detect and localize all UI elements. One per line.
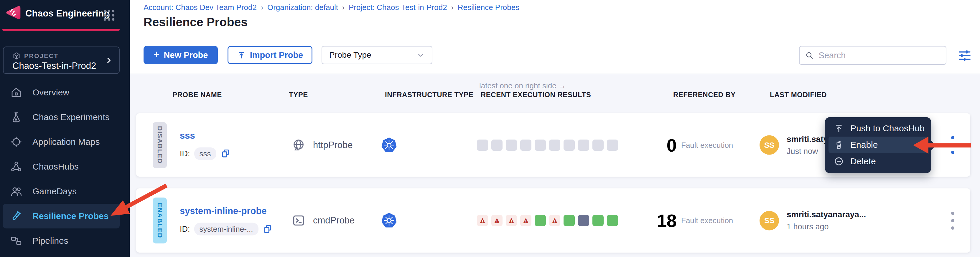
execution-result-none (506, 140, 517, 151)
chevron-down-icon (417, 51, 425, 59)
app-header: Chaos Engineering (0, 0, 130, 31)
globe-icon (292, 138, 305, 152)
minus-circle-icon (834, 156, 844, 167)
fault-execution-label: Fault execution (681, 140, 733, 149)
project-label: PROJECT (24, 52, 59, 59)
execution-result-none (535, 140, 546, 151)
probe-name-link[interactable]: sss (180, 130, 195, 141)
menu-item-label: Enable (850, 140, 878, 150)
probe-name-cell: system-inline-probe ID: system-inline-..… (180, 206, 292, 235)
sidebar-item-label: GameDays (32, 186, 76, 196)
execution-result-pass (535, 215, 546, 226)
fault-execution-count: 0 (641, 135, 676, 155)
col-exec-results: RECENT EXECUTION RESULTS (481, 90, 591, 99)
trash-open-icon (834, 140, 844, 150)
sidebar-item-label: Overview (32, 87, 69, 97)
app-grid-icon[interactable] (103, 9, 116, 22)
table-row: ENABLED system-inline-probe ID: system-i… (136, 189, 970, 252)
execution-result-fail (549, 215, 560, 226)
probe-type-value: Probe Type (329, 50, 371, 60)
execution-result-none (477, 140, 488, 151)
push-icon (834, 123, 844, 133)
sidebar-item-label: Chaos Experiments (32, 112, 110, 122)
execution-result-none (520, 140, 531, 151)
fault-execution-label: Fault execution (681, 216, 733, 225)
breadcrumb-project[interactable]: Project: Chaos-Test-in-Prod2 (349, 3, 447, 12)
referenced-by-cell: 18 Fault execution (641, 210, 733, 231)
avatar: SS (759, 135, 779, 155)
new-probe-button[interactable]: + New Probe (143, 46, 218, 64)
id-label: ID: (180, 225, 190, 234)
probe-name-cell: sss ID: sss (180, 130, 292, 160)
execution-results (477, 215, 618, 226)
execution-result-none (607, 140, 618, 151)
probe-type-dropdown[interactable]: Probe Type (321, 46, 433, 64)
flask-icon (10, 111, 22, 123)
col-last-modified: LAST MODIFIED (770, 90, 827, 99)
execution-result-pass (592, 215, 604, 226)
pipeline-icon (10, 235, 22, 247)
sidebar-item-label: Resilience Probes (32, 211, 108, 221)
kubernetes-icon (381, 137, 397, 153)
menu-item-delete[interactable]: Delete (829, 153, 928, 170)
search-icon (805, 50, 814, 60)
app-title: Chaos Engineering (25, 8, 110, 19)
execution-result-skip (578, 215, 589, 226)
col-type: TYPE (289, 90, 308, 99)
fault-execution-count: 18 (641, 210, 676, 231)
sidebar-item-chaos-experiments[interactable]: Chaos Experiments (3, 105, 120, 130)
id-label: ID: (180, 149, 190, 158)
test-tube-icon (10, 210, 22, 222)
probe-id: sss (194, 147, 216, 160)
row-actions-menu-button[interactable] (947, 132, 958, 159)
menu-item-enable[interactable]: Enable (829, 136, 928, 153)
status-badge: ENABLED (153, 198, 167, 243)
execution-result-pass (607, 215, 618, 226)
row-actions-popup-menu: Push to ChaosHub Enable Delete (825, 117, 931, 173)
breadcrumb-separator: › (342, 3, 345, 12)
sidebar-item-label: ChaosHubs (32, 162, 79, 171)
home-icon (10, 86, 22, 98)
sidebar-item-chaoshubs[interactable]: ChaosHubs (3, 154, 120, 179)
project-name: Chaos-Test-in-Prod2 (13, 61, 96, 71)
sidebar-item-gamedays[interactable]: GameDays (3, 179, 120, 204)
probe-type-value: cmdProbe (313, 215, 355, 226)
breadcrumb: Account: Chaos Dev Team Prod2 › Organiza… (143, 3, 519, 12)
execution-result-none (491, 140, 503, 151)
probe-id: system-inline-... (194, 223, 258, 235)
breadcrumb-separator: › (261, 3, 263, 12)
sidebar-item-resilience-probes[interactable]: Resilience Probes (3, 204, 120, 228)
avatar: SS (759, 211, 779, 230)
import-probe-button[interactable]: Import Probe (228, 46, 312, 64)
execution-result-fail (491, 215, 503, 226)
last-modified-cell: SS smriti.saty Just now (759, 134, 828, 156)
breadcrumb-account[interactable]: Account: Chaos Dev Team Prod2 (143, 3, 257, 12)
copy-icon[interactable] (221, 149, 231, 159)
filter-sliders-icon[interactable] (957, 48, 972, 63)
new-probe-label: New Probe (164, 50, 208, 60)
chevron-right-icon (105, 57, 113, 64)
probe-name-link[interactable]: system-inline-probe (180, 206, 267, 216)
breadcrumb-current[interactable]: Resilience Probes (458, 3, 520, 12)
col-probe-name: PROBE NAME (172, 90, 222, 99)
execution-order-hint: latest one on right side → (479, 81, 566, 90)
row-actions-menu-button[interactable] (947, 207, 958, 234)
modified-time: Just now (787, 147, 828, 156)
execution-result-none (563, 140, 575, 151)
project-selector[interactable]: PROJECT Chaos-Test-in-Prod2 (3, 46, 120, 74)
sidebar-item-application-maps[interactable]: Application Maps (3, 130, 120, 154)
col-referenced-by: REFERENCED BY (673, 90, 736, 99)
modified-by-user: smriti.satyanaraya... (787, 210, 866, 219)
sidebar-item-pipelines[interactable]: Pipelines (3, 228, 120, 253)
search-input[interactable] (819, 51, 940, 60)
sidebar: Chaos Engineering PROJECT Chaos-Test-in-… (0, 0, 130, 257)
col-infra-type: INFRASTRUCTURE TYPE (385, 90, 473, 99)
sidebar-item-label: Application Maps (32, 137, 100, 147)
breadcrumb-separator: › (451, 3, 453, 12)
sidebar-item-overview[interactable]: Overview (3, 80, 120, 105)
copy-icon[interactable] (262, 224, 273, 234)
import-probe-label: Import Probe (250, 50, 303, 60)
search-box (799, 46, 947, 65)
breadcrumb-organization[interactable]: Organization: default (267, 3, 338, 12)
menu-item-push-to-chaoshub[interactable]: Push to ChaosHub (829, 120, 928, 136)
